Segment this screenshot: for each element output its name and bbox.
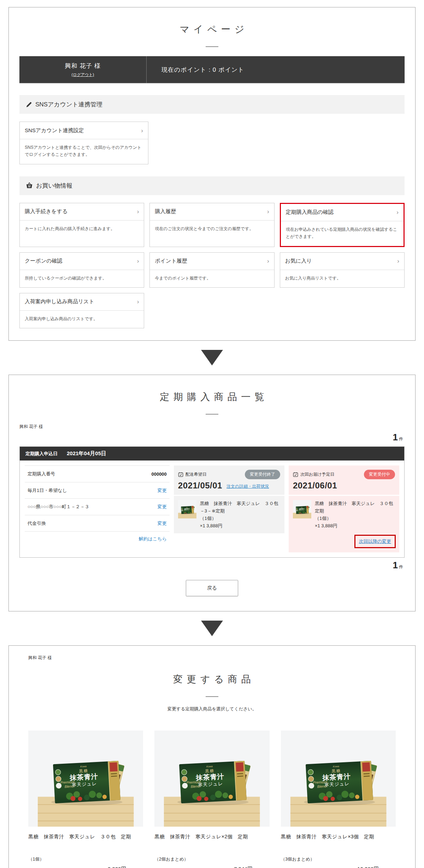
title-divider — [206, 696, 218, 697]
sns-section-title: SNSアカウント連携管理 — [35, 100, 102, 108]
card-purchase-history[interactable]: 購入履歴› 現在のご注文の状況と今までのご注文の履歴です。 — [149, 203, 274, 247]
delivery-date-label: 配送希望日 — [186, 471, 207, 477]
table-row-address: ○○○県○○○市○○○町１－２－３ 変更 — [25, 499, 170, 515]
page-title: マイページ — [19, 23, 405, 36]
order-detail-link[interactable]: 注文の詳細・出荷状況 — [226, 483, 269, 489]
product-image — [154, 731, 269, 827]
owner-name: 興和 花子 様 — [28, 655, 396, 661]
sns-section-header: SNSアカウント連携管理 — [19, 95, 405, 114]
card-desc: 現在のご注文の状況と今までのご注文の履歴です。 — [150, 221, 274, 247]
card-restock-list[interactable]: 入荷案内申し込み商品リスト› 入荷案内申し込み商品のリストです。 — [19, 293, 144, 328]
card-subscription-check[interactable]: 定期購入商品の確認› 現在お申込みされている定期購入商品の状況を確認することがで… — [280, 203, 405, 247]
chevron-right-icon: › — [396, 209, 399, 215]
chevron-right-icon: › — [137, 299, 139, 305]
flow-arrow-down-icon — [201, 350, 223, 365]
card-title: ポイント履歴 — [155, 258, 187, 264]
next-delivery-box: 次回お届け予定日 変更受付中 2021/06/01 黒糖 抹茶青汁 寒天ジュレ … — [289, 465, 399, 552]
card-desc: 現在お申込みされている定期購入商品の状況を確認することができます。 — [281, 221, 404, 246]
product-name: 黒糖 抹茶青汁 寒天ジュレ×2個 定期 — [154, 832, 269, 851]
product-qty: （1個） — [200, 515, 280, 522]
product-name: 黒糖 抹茶青汁 寒天ジュレ ３０包 定期 — [28, 832, 143, 851]
row-label: 定期購入番号 — [28, 470, 55, 477]
card-point-history[interactable]: ポイント履歴› 今までのポイント履歴です。 — [149, 252, 274, 288]
product-thumbnail — [293, 500, 311, 518]
shopping-section-header: お買い物情報 — [19, 176, 405, 195]
mypage-panel: マイページ 興和 花子 様 (ログアウト) 現在のポイント : 0 ポイント S… — [8, 7, 416, 341]
basket-icon — [26, 182, 33, 189]
flow-arrow-down-icon — [201, 621, 223, 636]
sns-link-card[interactable]: SNSアカウント連携設定 › SNSアカウントと連携することで、次回からそのアカ… — [19, 122, 148, 164]
card-title: 購入手続きをする — [25, 208, 67, 215]
card-title: 購入履歴 — [155, 208, 176, 215]
user-info: 興和 花子 様 (ログアウト) — [19, 56, 147, 83]
change-link[interactable]: 変更 — [158, 487, 167, 494]
shopping-section-title: お買い物情報 — [36, 182, 72, 190]
product-name: 黒糖 抹茶青汁 寒天ジュレ×3個 定期 — [281, 832, 396, 851]
product-qty: （3個おまとめ） — [281, 856, 396, 862]
applied-date-label: 定期購入申込日 — [25, 451, 58, 457]
result-count-bottom: 1件 — [19, 560, 403, 571]
card-checkout[interactable]: 購入手続きをする› カートに入れた商品の購入手続きに進みます。 — [19, 203, 144, 247]
count-unit: 件 — [399, 564, 403, 569]
chevron-right-icon: › — [137, 209, 139, 215]
chevron-right-icon: › — [397, 258, 399, 264]
delivery-date-value: 2021/05/01 — [178, 481, 222, 491]
sns-card-title: SNSアカウント連携設定 — [25, 127, 84, 134]
page-title: 定期購入商品一覧 — [19, 391, 405, 403]
calendar-icon — [178, 472, 183, 477]
card-desc: 入荷案内申し込み商品のリストです。 — [20, 311, 144, 328]
next-date-value: 2021/06/01 — [293, 481, 337, 491]
calendar-icon — [293, 472, 298, 477]
count-unit: 件 — [399, 436, 403, 441]
card-favorites[interactable]: お気に入り› お気に入り商品リストです。 — [280, 252, 405, 288]
chevron-right-icon: › — [137, 258, 139, 264]
row-value: 000000 — [151, 471, 166, 477]
current-delivery-box: 配送希望日 変更受付終了 2021/05/01 注文の詳細・出荷状況 黒糖 抹茶… — [174, 465, 284, 533]
logout-link[interactable]: (ログアウト) — [72, 72, 94, 77]
product-name: 黒糖 抹茶青汁 寒天ジュレ ３０包 －3－※定期 — [200, 500, 280, 515]
subscription-list-panel: 定期購入商品一覧 興和 花子 様 1件 定期購入申込日 2021年04月05日 … — [8, 375, 416, 611]
change-product-panel: 興和 花子 様 変更する商品 変更する定期購入商品を選択してください。 黒糖 抹… — [8, 645, 416, 868]
change-link[interactable]: 変更 — [158, 520, 167, 527]
subscription-info-table: 定期購入番号 000000 毎月1日・希望なし 変更 ○○○県○○○市○○○町１… — [25, 465, 170, 542]
shopping-cards-grid: 購入手続きをする› カートに入れた商品の購入手続きに進みます。 購入履歴› 現在… — [19, 203, 405, 329]
next-date-label: 次回お届け予定日 — [300, 471, 335, 477]
title-divider — [206, 414, 218, 415]
back-button[interactable]: 戻る — [186, 580, 238, 596]
card-coupons[interactable]: クーポンの確認› 所持しているクーポンの確認ができます。 — [19, 252, 144, 288]
product-price: 7,344円 — [154, 866, 269, 868]
status-badge-closed: 変更受付終了 — [245, 470, 280, 479]
product-name: 黒糖 抹茶青汁 寒天ジュレ ３０包 定期 — [315, 500, 395, 515]
row-label: 代金引換 — [28, 520, 46, 527]
count-value: 1 — [393, 560, 398, 570]
change-next-orders-link[interactable]: 次回以降の変更 — [359, 539, 391, 544]
title-divider — [206, 46, 218, 47]
next-product: 黒糖 抹茶青汁 寒天ジュレ ３０包 定期 （1個） ×1 3,888円 — [289, 495, 399, 533]
product-option-2: 黒糖 抹茶青汁 寒天ジュレ×2個 定期 （2個おまとめ） 7,344円 変更する — [154, 731, 269, 868]
product-qty: （2個おまとめ） — [154, 856, 269, 862]
status-badge-open: 変更受付中 — [364, 470, 395, 479]
card-title: 定期購入商品の確認 — [286, 209, 334, 216]
row-label: ○○○県○○○市○○○町１－２－３ — [28, 503, 89, 510]
change-link[interactable]: 変更 — [158, 504, 167, 510]
result-count: 1件 — [19, 432, 403, 443]
product-price: 3,888円 — [28, 866, 143, 868]
table-row-cycle: 毎月1日・希望なし 変更 — [25, 482, 170, 499]
sns-card-desc: SNSアカウントと連携することで、次回からそのアカウントでログインすることができ… — [20, 139, 148, 164]
chevron-right-icon: › — [141, 128, 143, 134]
instruction-text: 変更する定期購入商品を選択してください。 — [28, 706, 396, 712]
count-value: 1 — [393, 432, 398, 442]
card-desc: カートに入れた商品の購入手続きに進みます。 — [20, 221, 144, 247]
product-option-1: 黒糖 抹茶青汁 寒天ジュレ ３０包 定期 （1個） 3,888円 現在選択中 — [28, 731, 143, 868]
chevron-right-icon: › — [267, 209, 269, 215]
delivery-product: 黒糖 抹茶青汁 寒天ジュレ ３０包 －3－※定期 （1個） ×1 3,888円 — [174, 495, 284, 533]
table-row-payment: 代金引換 変更 — [25, 515, 170, 532]
card-title: クーポンの確認 — [25, 258, 62, 264]
order-header: 定期購入申込日 2021年04月05日 — [20, 447, 404, 461]
product-image — [28, 731, 143, 827]
product-image — [281, 731, 396, 827]
pencil-icon — [26, 101, 32, 108]
cancel-subscription-link[interactable]: 解約はこちら — [139, 536, 167, 541]
card-desc: お気に入り商品リストです。 — [280, 270, 404, 287]
card-title: お気に入り — [285, 258, 312, 264]
